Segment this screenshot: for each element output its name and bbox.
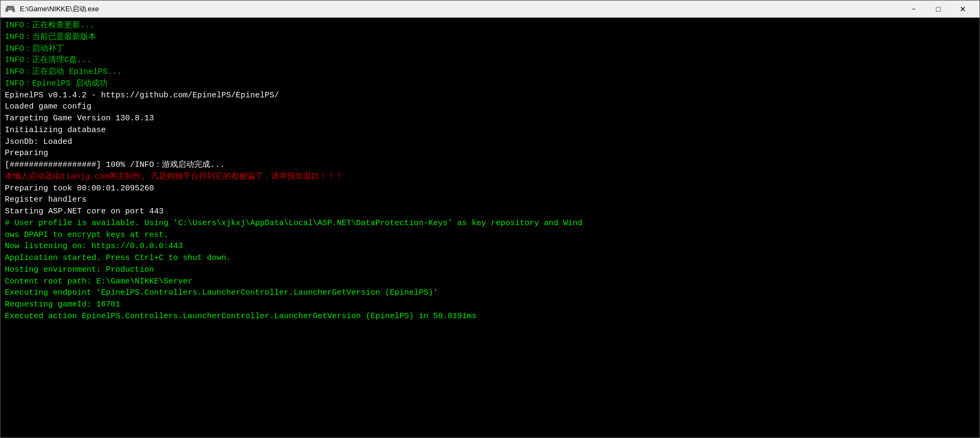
console-line: # User profile is available. Using 'C:\U…: [5, 218, 975, 229]
console-line: [##################] 100% /INFO：游戏启动完成..…: [5, 159, 975, 171]
window-controls: － □ ✕: [901, 1, 975, 18]
minimize-button[interactable]: －: [901, 1, 926, 18]
console-line: INFO：正在启动 EpinelPS...: [5, 66, 975, 78]
console-line: Content root path: E:\Game\NIKKE\Server: [5, 276, 975, 288]
main-window: 🎮 E:\Game\NIKKE\启动.exe － □ ✕ INFO：正在检查更新…: [0, 0, 980, 438]
console-line: Preparing took 00:00:01.2095260: [5, 183, 975, 195]
console-line: INFO：正在清理C盘...: [5, 55, 975, 66]
console-line: Initializing database: [5, 125, 975, 136]
window-icon: 🎮: [5, 4, 16, 14]
console-line: ows DPAPI to encrypt keys at rest.: [5, 229, 975, 241]
console-line: Starting ASP.NET core on port 443: [5, 206, 975, 218]
console-line: Loaded game config: [5, 101, 975, 113]
title-bar: 🎮 E:\Game\NIKKE\启动.exe － □ ✕: [1, 1, 979, 18]
console-line: Targeting Game Version 130.8.13: [5, 113, 975, 125]
window-title: E:\Game\NIKKE\启动.exe: [20, 4, 901, 14]
close-button[interactable]: ✕: [951, 1, 975, 18]
console-line: 本懒人启动器由tianjg.com阁主制作, 凡是购物平台得到它的都被骗了，请举…: [5, 171, 975, 183]
console-line: Requesting gameId: 16701: [5, 299, 975, 311]
console-line: EpinelPS v0.1.4.2 - https://github.com/E…: [5, 90, 975, 102]
console-line: Application started. Press Ctrl+C to shu…: [5, 252, 975, 264]
console-line: INFO：启动补丁: [5, 43, 975, 55]
console-line: Preparing: [5, 148, 975, 159]
console-line: JsonDb: Loaded: [5, 136, 975, 148]
maximize-button[interactable]: □: [926, 1, 951, 18]
console-line: Hosting environment: Production: [5, 264, 975, 276]
console-line: INFO：EpinelPS 启动成功: [5, 78, 975, 90]
console-line: Executing endpoint 'EpinelPS.Controllers…: [5, 287, 975, 299]
console-line: Now listening on: https://0.0.0.0:443: [5, 241, 975, 252]
console-line: INFO：当前已是最新版本: [5, 32, 975, 43]
console-line: Register handlers: [5, 194, 975, 206]
console-line: Executed action EpinelPS.Controllers.Lau…: [5, 311, 975, 322]
console-line: INFO：正在检查更新...: [5, 20, 975, 32]
console-output: INFO：正在检查更新...INFO：当前已是最新版本INFO：启动补丁INFO…: [1, 18, 979, 437]
